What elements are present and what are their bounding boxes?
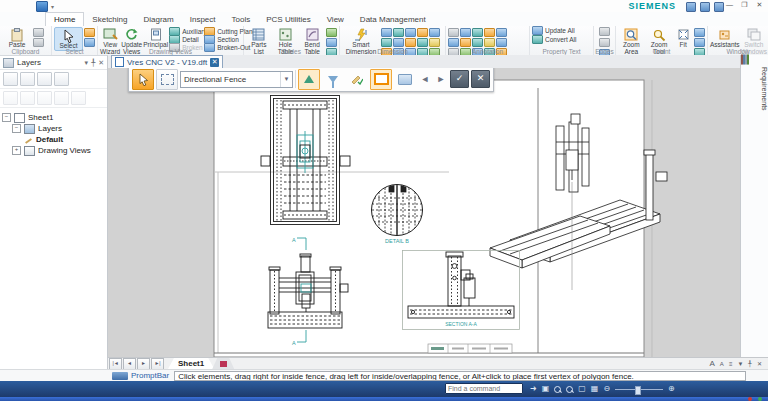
zoom-area-status-icon[interactable] [554,386,561,393]
layer-display-button[interactable] [394,69,416,90]
text-smaller-icon[interactable]: A [720,361,724,367]
update-tray-icon[interactable] [758,397,762,401]
annotation-mini-icon[interactable] [484,28,495,37]
title-block[interactable] [428,344,512,353]
zoom-status-icon[interactable] [566,386,573,393]
first-sheet-button[interactable]: |◄ [109,358,122,370]
annotation-mini-icon[interactable] [496,38,507,47]
fence-mode-button[interactable] [156,69,178,90]
panel-close-icon[interactable]: ✕ [98,59,104,67]
dimension-mini-icon[interactable] [393,38,404,47]
cut-icon[interactable] [33,28,44,37]
autoscroll-icon[interactable]: ≡ [729,361,733,367]
face-select-button[interactable] [370,69,392,90]
annotation-mini-icon[interactable] [448,38,459,47]
tab-view[interactable]: View [319,13,352,26]
dock-down-icon[interactable]: ▼ [737,361,743,367]
zoom-in-icon[interactable]: ⊕ [668,385,675,393]
close-prompt-icon[interactable]: ✕ [757,360,762,367]
sheet-tab-sheet1[interactable]: Sheet1 [168,358,214,369]
edges-mini-icon[interactable] [599,38,610,47]
requirements-tab-label[interactable]: Requirements [741,67,768,111]
annotation-mini-icon[interactable] [460,38,471,47]
zoom-layer-icon[interactable] [20,72,35,86]
text-larger-icon[interactable]: A [710,359,715,368]
tree-item-default-layer[interactable]: Default [2,134,105,145]
cutting-plane-button[interactable]: Cutting Plane [204,28,248,35]
previous-sheet-button[interactable]: ◄ [123,358,136,370]
assistants-button[interactable]: Assistants [710,27,740,49]
dimension-mini-icon[interactable] [429,38,440,47]
select-filter-icon[interactable] [84,38,95,47]
copy-icon[interactable] [33,38,44,47]
orient-mini-icon[interactable] [694,28,705,37]
detail-button[interactable]: Detail [169,36,203,43]
record-tray-icon[interactable] [748,397,752,401]
dimension-mini-icon[interactable] [393,28,404,37]
show-layer-icon[interactable] [37,72,52,86]
pan-status-icon[interactable]: ▦ [591,385,599,393]
expand-icon[interactable]: + [12,146,21,155]
paste-button[interactable]: Paste [2,27,32,49]
help-icon[interactable] [686,2,696,12]
next-button[interactable]: ► [434,74,448,84]
edges-mini-icon[interactable] [599,27,610,36]
filter-button[interactable] [322,69,344,90]
layer-tool-icon[interactable] [54,91,69,105]
principal-button[interactable]: Principal [143,27,168,49]
tree-item-layers[interactable]: − Layers [2,123,105,134]
table-mini-icon[interactable] [326,38,337,47]
layer-tool-icon[interactable] [3,91,18,105]
dimension-mini-icon[interactable] [405,38,416,47]
layer-options-icon[interactable] [54,72,69,86]
orient-mini-icon[interactable] [694,38,705,47]
quick-access-caret-icon[interactable]: ▾ [51,3,54,10]
validate-button[interactable] [346,69,368,90]
tab-pcs-utilities[interactable]: PCS Utilities [258,13,318,26]
fence-select-button[interactable] [132,69,154,90]
annotation-mini-icon[interactable] [496,28,507,37]
background-sheet-tab[interactable] [212,358,234,369]
drawing-viewport[interactable]: DETAIL B [108,68,740,357]
tree-item-sheet1[interactable]: − Sheet1 [2,112,105,123]
tab-inspect[interactable]: Inspect [182,13,224,26]
update-all-button[interactable]: Update All [532,27,575,34]
restore-button[interactable]: ❐ [738,0,751,10]
tab-sketching[interactable]: Sketching [84,13,135,26]
next-sheet-button[interactable]: ► [137,358,150,370]
collapse-icon[interactable]: − [2,113,11,122]
panel-pin-icon[interactable]: ╀ [91,59,95,67]
tab-tools[interactable]: Tools [224,13,259,26]
zoom-slider-thumb[interactable] [635,386,641,395]
layer-tool-icon[interactable] [71,91,86,105]
section-button[interactable]: Section [204,36,248,43]
annotation-mini-icon[interactable] [472,38,483,47]
fence-type-select[interactable]: Directional Fence ▼ [180,71,293,88]
dimension-mini-icon[interactable] [405,28,416,37]
document-tab[interactable]: Vres CNC V2 - V19.dft ✕ [111,55,223,68]
panel-dock-icon[interactable]: ▾ [84,59,88,67]
cancel-button[interactable]: ✕ [471,70,490,88]
select-option-icon[interactable] [84,28,95,37]
tree-item-drawing-views[interactable]: + Drawing Views [2,145,105,156]
document-close-icon[interactable]: ✕ [210,58,219,67]
tab-diagram[interactable]: Diagram [135,13,181,26]
tab-home[interactable]: Home [45,12,84,26]
new-layer-icon[interactable] [3,72,18,86]
options-icon[interactable] [700,2,710,12]
requirements-tab-icon[interactable] [747,54,749,65]
command-arrow-icon[interactable]: ➜ [530,385,537,393]
minimize-button[interactable]: — [723,0,736,10]
dimension-mini-icon[interactable] [429,28,440,37]
dimension-mini-icon[interactable] [417,28,428,37]
top-view-scan-button[interactable] [298,69,320,90]
app-button-icon[interactable] [36,1,48,12]
fit-status-icon[interactable]: ▢ [578,385,586,393]
view-style-icon[interactable]: ▣ [542,385,550,393]
find-command-input[interactable] [445,383,523,394]
annotation-mini-icon[interactable] [484,38,495,47]
pin-icon[interactable]: ╀ [748,360,752,367]
accept-button[interactable]: ✓ [450,70,469,88]
collapse-icon[interactable]: − [12,124,21,133]
convert-all-button[interactable]: Convert All [532,36,576,43]
